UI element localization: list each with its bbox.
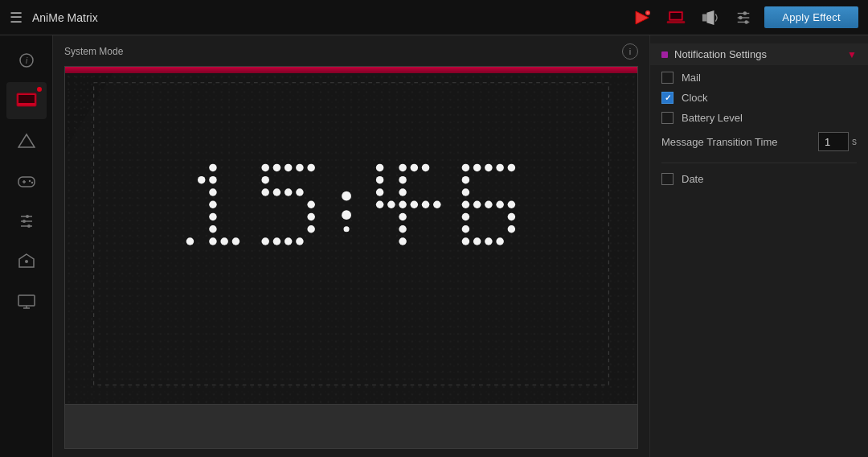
divider bbox=[661, 163, 857, 163]
svg-point-87 bbox=[462, 164, 469, 171]
svg-point-103 bbox=[508, 225, 515, 233]
svg-point-23 bbox=[31, 182, 32, 183]
svg-point-74 bbox=[387, 201, 395, 208]
battery-checkbox[interactable] bbox=[661, 112, 674, 124]
svg-rect-5 bbox=[667, 21, 685, 23]
date-label: Date bbox=[682, 173, 703, 185]
sidebar-item-triangle[interactable] bbox=[6, 122, 47, 159]
svg-point-11 bbox=[739, 15, 743, 19]
svg-point-55 bbox=[261, 176, 268, 183]
preview-top-strip bbox=[65, 67, 637, 73]
svg-point-76 bbox=[399, 176, 406, 183]
svg-point-31 bbox=[25, 260, 28, 263]
transition-unit: s bbox=[852, 136, 857, 147]
svg-rect-17 bbox=[18, 95, 35, 103]
sidebar-item-info[interactable]: i bbox=[6, 42, 47, 79]
preview-main bbox=[65, 73, 637, 404]
topbar-icons: Apply Effect bbox=[629, 6, 858, 29]
svg-point-65 bbox=[273, 237, 280, 245]
menu-icon[interactable]: ☰ bbox=[10, 9, 23, 27]
app-title: AniMe Matrix bbox=[32, 11, 620, 24]
apply-effect-button[interactable]: Apply Effect bbox=[764, 6, 858, 28]
svg-point-69 bbox=[344, 226, 350, 232]
svg-point-51 bbox=[273, 164, 280, 171]
svg-point-64 bbox=[285, 237, 292, 245]
svg-point-67 bbox=[342, 191, 351, 201]
svg-point-47 bbox=[220, 237, 227, 245]
svg-point-58 bbox=[285, 188, 292, 196]
svg-point-2 bbox=[647, 11, 649, 14]
battery-label: Battery Level bbox=[682, 112, 743, 124]
svg-point-77 bbox=[399, 188, 406, 196]
sliders-icon[interactable] bbox=[731, 6, 756, 29]
mail-checkbox[interactable] bbox=[661, 72, 674, 84]
svg-point-72 bbox=[376, 188, 383, 196]
sidebar-item-gamepad[interactable] bbox=[6, 163, 47, 200]
svg-point-22 bbox=[28, 180, 30, 182]
sidebar-item-equalizer[interactable] bbox=[6, 203, 47, 240]
svg-point-94 bbox=[462, 201, 469, 208]
speaker-icon[interactable] bbox=[697, 6, 723, 29]
svg-marker-18 bbox=[18, 134, 35, 147]
svg-point-99 bbox=[485, 201, 492, 208]
notification-items: Mail ✓ Clock Battery Level bbox=[650, 72, 868, 124]
svg-point-96 bbox=[462, 225, 469, 233]
svg-point-54 bbox=[307, 164, 314, 171]
left-sidebar: i bbox=[0, 35, 53, 457]
svg-point-39 bbox=[209, 164, 216, 171]
svg-point-91 bbox=[508, 164, 515, 171]
svg-marker-7 bbox=[707, 10, 714, 24]
svg-point-83 bbox=[422, 164, 429, 171]
clock-item[interactable]: ✓ Clock bbox=[661, 92, 857, 104]
svg-point-106 bbox=[473, 237, 481, 245]
svg-point-53 bbox=[296, 164, 303, 171]
svg-point-45 bbox=[209, 237, 216, 245]
svg-point-75 bbox=[399, 164, 406, 171]
sidebar-item-display[interactable] bbox=[6, 283, 47, 320]
svg-point-81 bbox=[399, 237, 406, 245]
svg-point-89 bbox=[485, 164, 492, 171]
svg-point-61 bbox=[307, 213, 314, 220]
svg-point-25 bbox=[26, 215, 29, 218]
date-item[interactable]: Date bbox=[650, 167, 868, 191]
svg-point-50 bbox=[261, 164, 268, 171]
svg-point-48 bbox=[232, 237, 240, 245]
chevron-down-icon[interactable]: ▼ bbox=[847, 49, 857, 60]
sidebar-item-animation[interactable] bbox=[6, 82, 47, 119]
svg-point-71 bbox=[376, 176, 383, 183]
sidebar-item-tag[interactable] bbox=[6, 243, 47, 280]
transition-label: Message Transition Time bbox=[661, 136, 778, 148]
topbar: ☰ AniMe Matrix bbox=[0, 0, 868, 35]
svg-point-56 bbox=[261, 188, 268, 196]
laptop-icon[interactable] bbox=[663, 6, 689, 29]
svg-point-73 bbox=[376, 201, 383, 208]
panel-dot bbox=[661, 51, 668, 58]
mail-item[interactable]: Mail bbox=[661, 72, 857, 84]
svg-point-27 bbox=[23, 220, 26, 223]
panel-title: Notification Settings bbox=[674, 48, 767, 60]
svg-point-9 bbox=[743, 11, 747, 15]
svg-point-100 bbox=[496, 201, 503, 208]
battery-item[interactable]: Battery Level bbox=[661, 112, 857, 124]
svg-point-46 bbox=[198, 176, 205, 183]
svg-point-92 bbox=[462, 176, 469, 183]
play-icon[interactable] bbox=[629, 6, 655, 29]
preview-bottom-strip bbox=[65, 404, 637, 448]
clock-checkbox[interactable]: ✓ bbox=[661, 92, 674, 104]
info-circle-icon[interactable]: i bbox=[622, 43, 638, 60]
svg-point-59 bbox=[296, 188, 303, 196]
svg-text:i: i bbox=[25, 56, 27, 65]
svg-point-105 bbox=[485, 237, 492, 245]
svg-point-66 bbox=[261, 237, 268, 245]
clock-label: Clock bbox=[682, 92, 708, 104]
transition-time-input[interactable] bbox=[818, 132, 849, 151]
date-checkbox[interactable] bbox=[661, 173, 674, 185]
svg-rect-4 bbox=[670, 13, 682, 19]
svg-rect-32 bbox=[18, 295, 35, 306]
svg-point-90 bbox=[496, 164, 503, 171]
svg-point-43 bbox=[209, 213, 216, 220]
svg-point-13 bbox=[745, 20, 749, 24]
svg-rect-38 bbox=[65, 73, 637, 404]
notification-settings-header[interactable]: Notification Settings ▼ bbox=[650, 43, 868, 65]
svg-point-98 bbox=[473, 201, 481, 208]
